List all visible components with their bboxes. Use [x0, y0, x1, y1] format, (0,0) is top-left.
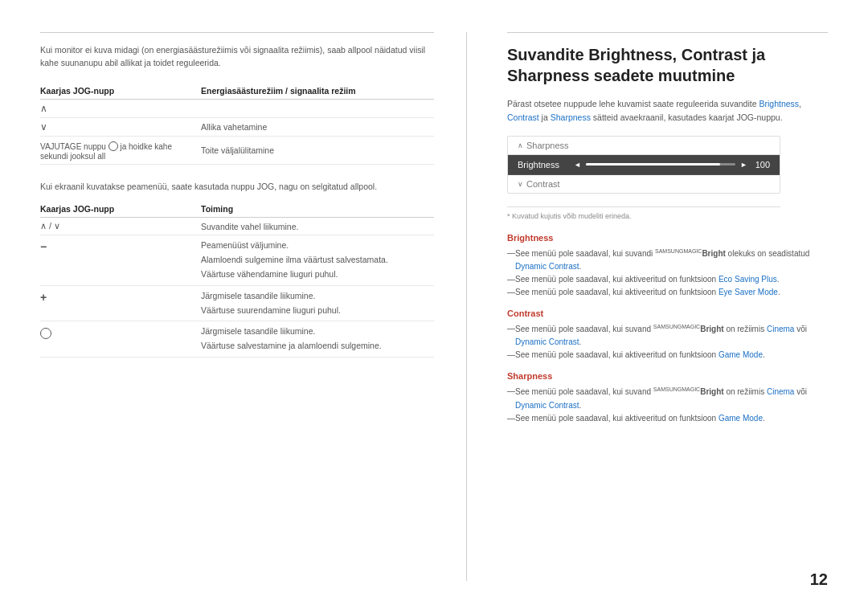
- table1-row2-val: Allika vahetamine: [201, 117, 434, 136]
- page-title: Suvandite Brightness, Contrast ja Sharpn…: [507, 44, 828, 86]
- bright-brand3: Bright: [700, 388, 723, 397]
- intro-text: Kui monitor ei kuva midagi (on energiasä…: [40, 44, 434, 70]
- table1-col1-header: Kaarjas JOG-nupp: [40, 83, 201, 100]
- page-number: 12: [810, 570, 828, 589]
- chevron-down-icon: ∨: [518, 180, 523, 188]
- arrows-updown-icon: ∧ / ∨: [40, 221, 60, 231]
- table-row: + Järgmisele tasandile liikumine. Väärtu…: [40, 285, 434, 321]
- slider-widget: ∧ Sharpness Brightness ◄ ► 100 ∨ Contras…: [507, 136, 780, 194]
- contrast-item1: See menüü pole saadaval, kui suvand SAMS…: [507, 322, 828, 349]
- slider-right-arrow-icon: ►: [740, 161, 747, 169]
- slider-left-arrow-icon: ◄: [574, 161, 581, 169]
- cinema-link2: Cinema: [767, 388, 794, 397]
- dynamic-contrast-link3: Dynamic Contrast: [515, 401, 579, 410]
- magic-brand-icon2: MAGIC: [682, 324, 700, 329]
- top-rule-right: [507, 32, 828, 33]
- dynamic-contrast-link1: Dynamic Contrast: [515, 262, 579, 271]
- bright-brand1: Bright: [702, 249, 725, 258]
- top-rule-left: [40, 32, 434, 33]
- table2: Kaarjas JOG-nupp Toiming ∧ / ∨ Suvandite…: [40, 201, 434, 358]
- brightness-section: Brightness See menüü pole saadaval, kui …: [507, 233, 828, 299]
- table-row: Järgmisele tasandile liikumine. Väärtuse…: [40, 321, 434, 358]
- table2-row3-vals: Järgmisele tasandile liikumine. Väärtuse…: [201, 289, 431, 318]
- brightness-row: Brightness ◄ ► 100: [508, 155, 780, 174]
- arrow-up-icon: ∧: [40, 103, 47, 114]
- table-row: ∧: [40, 99, 434, 117]
- arrow-down-icon: ∨: [40, 121, 47, 133]
- contrast-row: ∨ Contrast: [508, 174, 780, 193]
- contrast-title: Contrast: [507, 309, 828, 318]
- bright-brand2: Bright: [700, 325, 723, 333]
- right-column: Suvandite Brightness, Contrast ja Sharpn…: [499, 32, 828, 581]
- magic-brand-icon3: MAGIC: [682, 386, 700, 392]
- table2-row4-vals: Järgmisele tasandile liikumine. Väärtuse…: [201, 325, 431, 353]
- table2-col2-header: Toiming: [201, 201, 434, 218]
- column-divider: [466, 32, 467, 581]
- brightness-item3: See menüü pole saadaval, kui aktiveeritu…: [507, 286, 828, 299]
- sharpness-label: Sharpness: [526, 141, 569, 150]
- sharpness-section: Sharpness See menüü pole saadaval, kui s…: [507, 371, 828, 424]
- cinema-link1: Cinema: [767, 325, 794, 333]
- desc-sep1: ,: [799, 99, 801, 108]
- table2-row1-val1: Suvandite vahel liikumine.: [201, 222, 431, 231]
- table-row: ∨ Allika vahetamine: [40, 117, 434, 136]
- desc-part1: Pärast otsetee nuppude lehe kuvamist saa…: [507, 99, 759, 108]
- sharpness-title: Sharpness: [507, 371, 828, 381]
- table2-row2-vals: Peamenüüst väljumine. Alamloendi sulgemi…: [201, 239, 431, 282]
- plus-icon: +: [40, 291, 47, 304]
- brightness-item1: See menüü pole saadaval, kui suvandi SAM…: [507, 247, 828, 273]
- power-icon: [40, 328, 51, 339]
- table1: Kaarjas JOG-nupp Energiasäästurežiim / s…: [40, 83, 434, 165]
- table1-col2-header: Energiasäästurežiim / signaalita režiim: [201, 83, 434, 100]
- desc-brightness-link: Brightness: [759, 99, 799, 108]
- samsung-brand-icon2: SAMSUNG: [653, 324, 682, 329]
- dynamic-contrast-link2: Dynamic Contrast: [515, 337, 579, 346]
- sharpness-item2: See menüü pole saadaval, kui aktiveeritu…: [507, 412, 828, 425]
- table-row: − Peamenüüst väljumine. Alamloendi sulge…: [40, 235, 434, 286]
- desc-text: Pärast otsetee nuppude lehe kuvamist saa…: [507, 97, 828, 125]
- mid-text: Kui ekraanil kuvatakse peamenüü, saate k…: [40, 181, 434, 194]
- slider-fill: [586, 163, 721, 166]
- hold-instruction: VAJUTAGE nuppu ja hoidke kahe sekundi jo…: [40, 142, 172, 161]
- chevron-up-icon: ∧: [518, 141, 523, 149]
- table1-row3-val: Toite väljalülitamine: [201, 136, 434, 164]
- eye-saver-link: Eye Saver Mode: [719, 288, 778, 296]
- table2-col1-header: Kaarjas JOG-nupp: [40, 201, 201, 218]
- sharpness-row: ∧ Sharpness: [508, 137, 780, 155]
- magic-brand-icon1: MAGIC: [683, 248, 702, 254]
- game-mode-link1: Game Mode: [719, 350, 763, 359]
- desc-sharpness-link: Sharpness: [551, 112, 591, 122]
- samsung-brand-icon1: SAMSUNG: [655, 248, 683, 254]
- samsung-brand-icon3: SAMSUNG: [653, 386, 682, 392]
- left-column: Kui monitor ei kuva midagi (on energiasä…: [40, 32, 434, 581]
- contrast-item2: See menüü pole saadaval, kui aktiveeritu…: [507, 349, 828, 362]
- table-row: ∧ / ∨ Suvandite vahel liikumine.: [40, 218, 434, 235]
- brightness-title: Brightness: [507, 233, 828, 243]
- contrast-label: Contrast: [526, 179, 560, 189]
- slider-track-area[interactable]: ◄ ► 100: [574, 160, 770, 170]
- sharpness-item1: See menüü pole saadaval, kui suvand SAMS…: [507, 385, 828, 411]
- eco-saving-link: Eco Saving Plus: [719, 275, 777, 284]
- minus-icon: −: [40, 240, 47, 253]
- table-row: VAJUTAGE nuppu ja hoidke kahe sekundi jo…: [40, 136, 434, 164]
- brightness-value: 100: [752, 160, 770, 170]
- game-mode-link2: Game Mode: [719, 414, 763, 423]
- slider-track[interactable]: [586, 163, 735, 166]
- brightness-item2: See menüü pole saadaval, kui aktiveeritu…: [507, 273, 828, 286]
- note-text: * Kuvatud kujutis võib mudeliti erineda.: [507, 206, 780, 220]
- brightness-label: Brightness: [518, 160, 574, 170]
- desc-contrast-link: Contrast: [507, 112, 539, 122]
- contrast-section: Contrast See menüü pole saadaval, kui su…: [507, 309, 828, 362]
